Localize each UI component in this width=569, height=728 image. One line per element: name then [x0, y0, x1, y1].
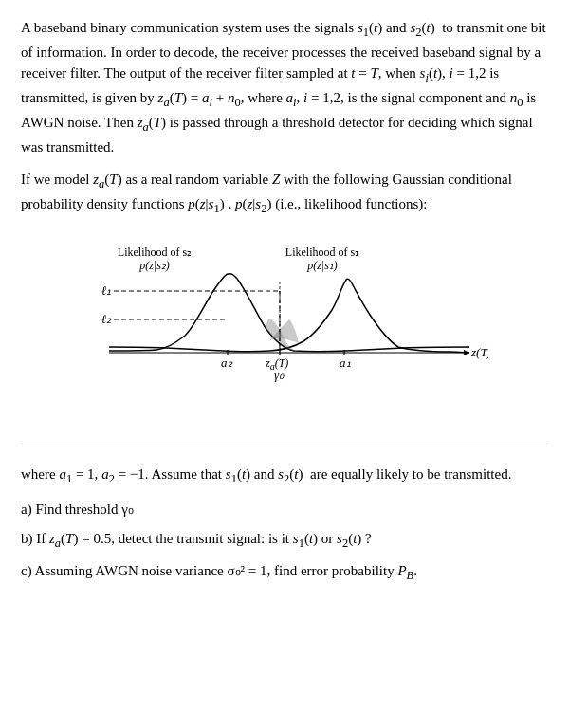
svg-text:ℓ₁: ℓ₁ [101, 283, 111, 298]
model-paragraph: If we model za(T) as a real random varia… [21, 169, 548, 218]
section-divider [21, 446, 548, 446]
svg-text:ℓ₂: ℓ₂ [101, 312, 112, 326]
s2-likelihood-label: Likelihood of s₂ [118, 246, 192, 259]
svg-text:z(T): z(T) [470, 345, 488, 359]
diagram-container: z(T) ℓ₁ ℓ₂ a₂ za(T) a₁ [21, 229, 548, 428]
svg-text:γ₀: γ₀ [274, 368, 284, 382]
question-c: c) Assuming AWGN noise variance σ₀² = 1,… [21, 560, 548, 585]
bottom-section: where a1 = 1, a2 = −1. Assume that s1(t)… [21, 464, 548, 585]
svg-text:p(z|s₁): p(z|s₁) [306, 259, 338, 272]
intro-paragraph: A baseband binary communication system u… [21, 17, 548, 157]
svg-text:p(z|s₂): p(z|s₂) [138, 259, 170, 272]
svg-text:a₁: a₁ [340, 355, 351, 370]
s1-likelihood-label: Likelihood of s₁ [285, 246, 359, 259]
question-b: b) If za(T) = 0.5, detect the transmit s… [21, 528, 548, 553]
svg-text:a₂: a₂ [221, 355, 233, 370]
question-a: a) Find threshold γ₀ [21, 499, 548, 520]
likelihood-diagram: z(T) ℓ₁ ℓ₂ a₂ za(T) a₁ [81, 229, 488, 428]
assumption-paragraph: where a1 = 1, a2 = −1. Assume that s1(t)… [21, 464, 548, 488]
